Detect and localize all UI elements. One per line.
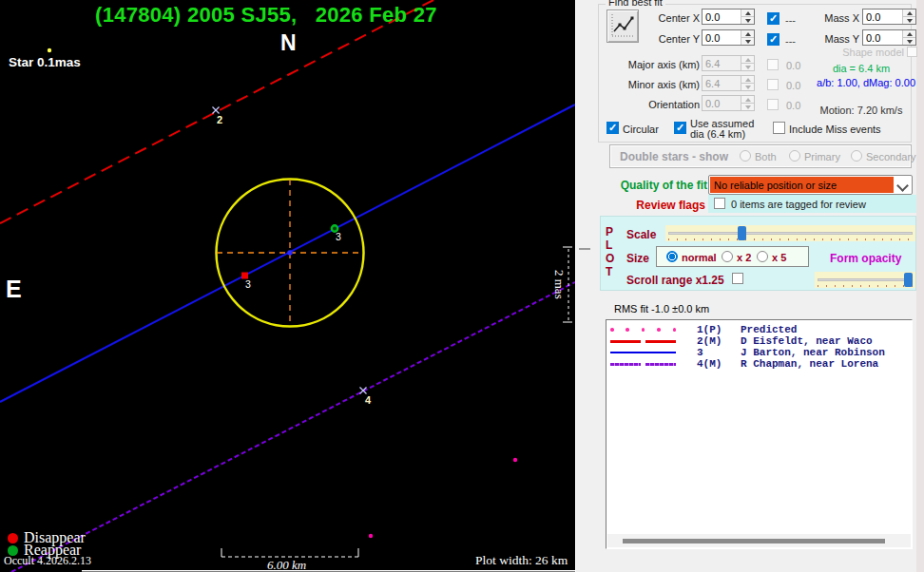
- size-label: Size: [626, 252, 649, 265]
- scroll-range-label: Scroll range x1.25: [626, 274, 724, 287]
- asteroid-center-dot[interactable]: [287, 250, 293, 256]
- east-label: E: [6, 276, 22, 303]
- occultation-plot[interactable]: (147804) 2005 SJ55, 2026 Feb 27 N E Star…: [0, 0, 575, 572]
- double-stars-both-radio: [740, 150, 751, 162]
- minor-axis-err: 0.0: [786, 80, 800, 91]
- use-assumed-checkbox[interactable]: [674, 122, 686, 134]
- double-stars-primary-label: Primary: [804, 151, 840, 162]
- observer-name: D Eisfeldt, near Waco: [741, 335, 873, 347]
- center-x-dash: ---: [785, 14, 796, 26]
- spinner-up-icon[interactable]: [903, 10, 915, 16]
- size-x5-radio[interactable]: [757, 251, 768, 262]
- scale-slider-groove: [668, 232, 913, 235]
- star-size-label: Star 0.1mas: [9, 55, 81, 69]
- spinner-down-icon[interactable]: [903, 16, 915, 24]
- minor-axis-spinner: [741, 76, 754, 90]
- chord-2-number: 2: [217, 114, 222, 125]
- double-stars-primary-radio: [789, 150, 800, 162]
- center-y-spinner[interactable]: [741, 30, 754, 45]
- scale-slider[interactable]: [665, 225, 915, 241]
- minor-axis-input: [703, 76, 741, 90]
- spinner-up-icon[interactable]: [741, 30, 754, 37]
- mass-y-spinner[interactable]: [902, 30, 915, 45]
- mass-y-inputbox: [862, 29, 916, 46]
- observer-name: Predicted: [741, 324, 797, 335]
- splitter-handle[interactable]: [579, 248, 590, 250]
- shape-model-label: Shape model: [804, 47, 904, 58]
- include-miss-checkbox[interactable]: [773, 122, 785, 134]
- plot-letter-l: L: [606, 238, 612, 252]
- review-flags-text: 0 items are tagged for review: [731, 199, 866, 210]
- observer-row-4[interactable]: 4(M) R Chapman, near Lorena: [606, 358, 912, 370]
- review-flags-checkbox[interactable]: [714, 198, 725, 209]
- mass-x-input[interactable]: [863, 10, 902, 24]
- center-y-input[interactable]: [703, 30, 741, 45]
- plot-letter-o: O: [606, 252, 614, 265]
- plot-width-label: Plot width: 26 km: [475, 553, 568, 568]
- hscrollbar-thumb[interactable]: [623, 539, 885, 543]
- spinner-down-icon[interactable]: [903, 37, 915, 45]
- center-x-input[interactable]: [703, 10, 741, 24]
- center-x-checkbox[interactable]: [767, 12, 780, 25]
- mass-x-spinner[interactable]: [902, 10, 915, 24]
- mass-y-label: Mass Y: [804, 33, 859, 45]
- observer-list-hscrollbar[interactable]: [607, 534, 911, 547]
- form-opacity-slider-thumb[interactable]: [904, 273, 913, 287]
- major-axis-input: [703, 56, 741, 70]
- ab-dmag-text: a/b: 1.00, dMag: 0.00: [809, 77, 915, 88]
- disappear-3-label: 3: [245, 278, 251, 290]
- spinner-down-icon[interactable]: [741, 37, 754, 45]
- chevron-down-icon[interactable]: [895, 176, 912, 194]
- shape-model-checkbox[interactable]: [907, 47, 917, 57]
- observer-id: 3: [697, 347, 703, 358]
- orientation-spinner: [741, 96, 754, 110]
- spinner-down-icon[interactable]: [741, 16, 754, 24]
- form-opacity-slider[interactable]: [815, 272, 915, 288]
- major-axis-label: Major axis (km): [605, 59, 700, 70]
- scale-slider-thumb[interactable]: [738, 226, 746, 240]
- quality-value: No reliable position or size: [710, 177, 894, 193]
- center-y-checkbox[interactable]: [767, 33, 780, 46]
- include-miss-label: Include Miss events: [789, 124, 881, 135]
- quality-dropdown[interactable]: No reliable position or size: [708, 175, 913, 195]
- predicted-dot: [369, 534, 373, 538]
- center-x-label: Center X: [633, 12, 700, 24]
- use-assumed-label-2: dia (6.4 km): [690, 128, 745, 140]
- rms-fit-label: RMS fit -1.0 ±0.0 km: [614, 303, 709, 315]
- review-flags-strip: 0 items are tagged for review: [708, 195, 916, 213]
- observer-row-1[interactable]: 1(P) Predicted: [606, 324, 912, 335]
- mass-x-inputbox: [862, 9, 916, 25]
- circular-checkbox[interactable]: [606, 122, 619, 134]
- predicted-dot: [513, 458, 517, 462]
- north-label: N: [280, 30, 297, 56]
- window-bottom-border: [82, 570, 575, 572]
- observer-row-2[interactable]: 2(M) D Eisfeldt, near Waco: [606, 335, 912, 347]
- center-y-dash: ---: [785, 35, 796, 47]
- observer-row-3[interactable]: 3 J Barton, near Robinson: [606, 347, 912, 358]
- center-y-inputbox: [702, 29, 755, 46]
- minor-axis-checkbox: [767, 79, 779, 90]
- opacity-slider-groove: [818, 278, 913, 281]
- size-normal-radio[interactable]: [666, 251, 678, 262]
- mass-y-input[interactable]: [863, 30, 902, 45]
- double-stars-group: Double stars - show Both Primary Seconda…: [609, 144, 912, 168]
- center-x-spinner[interactable]: [741, 10, 754, 24]
- spinner-up-icon[interactable]: [903, 30, 915, 37]
- spinner-up-icon[interactable]: [741, 10, 754, 16]
- observer-id: 1(P): [697, 324, 722, 335]
- scroll-range-checkbox[interactable]: [732, 273, 743, 284]
- form-opacity-label: Form opacity: [830, 252, 901, 265]
- double-stars-secondary-radio: [851, 150, 862, 162]
- double-stars-title: Double stars - show: [620, 150, 728, 163]
- plot-letter-t: T: [606, 265, 612, 278]
- occult-window: (147804) 2005 SJ55, 2026 Feb 27 N E Star…: [0, 0, 924, 572]
- observer-name: J Barton, near Robinson: [741, 347, 885, 358]
- scale-slider-ticks: [668, 238, 913, 240]
- app-version: Occult 4.2026.2.13: [4, 554, 91, 568]
- scale-label: Scale: [626, 228, 656, 241]
- size-x2-radio[interactable]: [722, 251, 733, 262]
- center-x-inputbox: [702, 9, 755, 25]
- orientation-label: Orientation: [605, 99, 700, 110]
- chord-3-line-sample: [610, 347, 676, 358]
- observer-list[interactable]: 1(P) Predicted 2(M) D Eisfeldt, near Wac…: [606, 319, 913, 549]
